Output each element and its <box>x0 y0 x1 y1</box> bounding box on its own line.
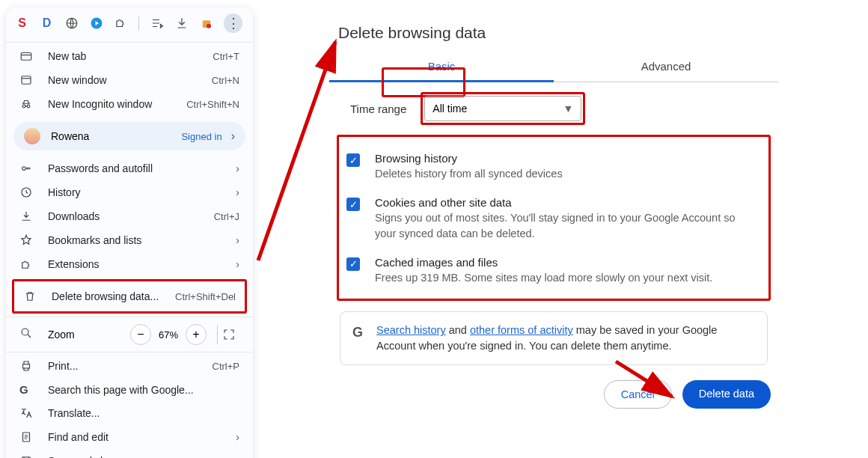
zoom-value: 67% <box>159 329 178 341</box>
option-title: Cached images and files <box>375 256 712 269</box>
option-desc: Signs you out of most sites. You'll stay… <box>375 210 758 241</box>
menu-search-page[interactable]: G Search this page with Google... <box>6 378 253 401</box>
notice-text: Search history and other forms of activi… <box>376 323 755 354</box>
chrome-menu: S D ⋮ New tab Ctrl+T New window Ctrl+N N… <box>6 7 253 458</box>
menu-new-tab[interactable]: New tab Ctrl+T <box>6 44 253 68</box>
option-title: Cookies and other site data <box>375 196 758 209</box>
label: Find and edit <box>48 431 236 443</box>
dialog-body: Time range All time ▼ ✓ Browsing history… <box>329 82 778 409</box>
menu-extensions[interactable]: Extensions › <box>6 252 253 276</box>
svg-rect-4 <box>21 53 31 61</box>
profile-name: Rowena <box>51 130 181 142</box>
menu-save-share[interactable]: Save and share › <box>6 449 253 458</box>
menu-history[interactable]: History › <box>6 180 253 204</box>
incognito-icon <box>19 97 36 111</box>
label: Zoom <box>48 329 127 341</box>
menu-delete-browsing-data[interactable]: Delete browsing data... Ctrl+Shift+Del <box>16 283 243 310</box>
label: Bookmarks and lists <box>48 234 236 246</box>
google-notice: G Search history and other forms of acti… <box>340 311 768 365</box>
shortcut: Ctrl+P <box>213 361 239 372</box>
annotation-highlight <box>421 92 585 125</box>
zoom-in-button[interactable]: + <box>186 324 207 345</box>
chevron-right-icon: › <box>231 129 235 143</box>
option-title: Browsing history <box>375 152 563 165</box>
fullscreen-icon[interactable] <box>217 325 239 344</box>
zoom-out-button[interactable]: − <box>130 324 151 345</box>
time-range-label: Time range <box>350 103 406 115</box>
key-icon <box>19 162 36 175</box>
divider <box>138 16 139 31</box>
play-icon[interactable] <box>89 16 103 31</box>
tab-icon <box>19 49 36 63</box>
svg-point-8 <box>22 167 26 171</box>
ext-icon-d[interactable]: D <box>40 16 54 31</box>
print-icon <box>19 359 36 373</box>
label: Downloads <box>48 210 214 222</box>
label: New window <box>48 74 212 86</box>
menu-downloads[interactable]: Downloads Ctrl+J <box>6 204 253 228</box>
profile-status: Signed in <box>181 131 221 142</box>
option-cookies[interactable]: ✓ Cookies and other site data Signs you … <box>343 187 764 247</box>
annotation-arrow <box>612 355 683 415</box>
menu-translate[interactable]: Translate... <box>6 401 253 425</box>
checkbox-checked-icon[interactable]: ✓ <box>346 257 360 271</box>
link-other-activity[interactable]: other forms of activity <box>470 324 573 336</box>
option-browsing-history[interactable]: ✓ Browsing history Deletes history from … <box>343 143 764 187</box>
translate-icon <box>19 406 36 420</box>
tab-advanced[interactable]: Advanced <box>554 52 778 82</box>
download-icon <box>19 210 36 223</box>
checkbox-checked-icon[interactable]: ✓ <box>346 198 360 211</box>
trash-icon <box>23 290 40 303</box>
shortcut: Ctrl+T <box>213 51 239 62</box>
label: Delete browsing data... <box>52 290 175 302</box>
chevron-right-icon: › <box>236 162 239 174</box>
extensions-bar: S D ⋮ <box>6 7 253 40</box>
label: New Incognito window <box>48 98 186 110</box>
zoom-icon <box>19 326 36 343</box>
option-cache[interactable]: ✓ Cached images and files Frees up 319 M… <box>343 247 764 291</box>
google-icon: G <box>352 323 363 354</box>
profile-row[interactable]: Rowena Signed in › <box>13 122 245 150</box>
star-icon <box>19 233 36 247</box>
option-desc: Deletes history from all synced devices <box>375 166 563 181</box>
delete-data-button[interactable]: Delete data <box>682 380 771 409</box>
menu-new-window[interactable]: New window Ctrl+N <box>6 68 253 92</box>
divider <box>6 352 253 352</box>
option-desc: Frees up 319 MB. Some sites may load mor… <box>375 270 712 285</box>
window-icon <box>19 73 36 87</box>
chevron-right-icon: › <box>236 234 239 246</box>
divider <box>6 317 253 317</box>
menu-passwords[interactable]: Passwords and autofill › <box>6 156 253 180</box>
menu-print[interactable]: Print... Ctrl+P <box>6 354 253 378</box>
svg-point-6 <box>22 105 25 108</box>
avatar <box>24 128 40 144</box>
shortcut: Ctrl+N <box>212 75 239 86</box>
puzzle-icon[interactable] <box>114 16 128 31</box>
download-icon[interactable] <box>174 16 189 31</box>
bag-icon[interactable] <box>199 16 213 31</box>
playlist-icon[interactable] <box>150 16 164 31</box>
menu-incognito[interactable]: New Incognito window Ctrl+Shift+N <box>6 92 253 116</box>
menu-find-edit[interactable]: Find and edit › <box>6 425 253 449</box>
delete-browsing-data-dialog: Delete browsing data Basic Advanced Time… <box>329 24 778 409</box>
shortcut: Ctrl+Shift+Del <box>175 291 236 302</box>
svg-rect-11 <box>23 364 30 368</box>
save-icon <box>19 454 36 458</box>
svg-rect-5 <box>22 76 31 85</box>
menu-bookmarks[interactable]: Bookmarks and lists › <box>6 228 253 252</box>
chevron-right-icon: › <box>236 258 239 270</box>
more-icon[interactable]: ⋮ <box>224 13 242 33</box>
chevron-right-icon: › <box>236 431 239 443</box>
svg-line-15 <box>258 42 335 260</box>
globe-icon[interactable] <box>64 16 79 31</box>
label: Search this page with Google... <box>48 384 239 396</box>
link-search-history[interactable]: Search history <box>376 324 446 336</box>
chevron-right-icon: › <box>236 455 239 458</box>
ext-icon-s[interactable]: S <box>15 16 29 31</box>
label: Print... <box>48 360 213 372</box>
svg-line-16 <box>616 361 672 397</box>
label: Save and share <box>48 455 236 458</box>
checkbox-checked-icon[interactable]: ✓ <box>346 153 360 167</box>
svg-point-7 <box>27 105 30 108</box>
shortcut: Ctrl+J <box>214 211 239 222</box>
